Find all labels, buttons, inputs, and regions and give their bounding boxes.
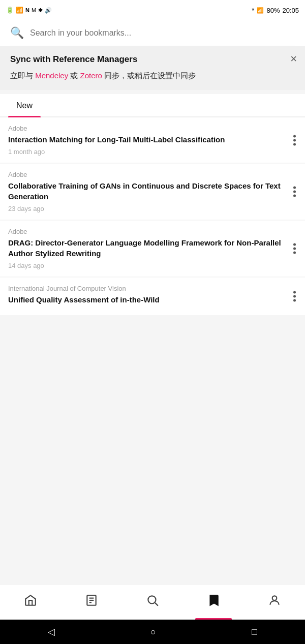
signal-icon: 📶 xyxy=(257,7,264,14)
svg-point-6 xyxy=(272,596,277,600)
sync-body: 立即与 Mendeley 或 Zotero 同步，或稍后在设置中同步 xyxy=(10,70,295,82)
sync-title: Sync with Reference Managers xyxy=(10,54,295,65)
status-right: * 📶 80% 20:05 xyxy=(252,7,299,14)
menu-dot xyxy=(293,248,296,250)
nfc-icon: N xyxy=(25,7,29,13)
bluetooth-icon: * xyxy=(252,7,254,14)
menu-dot xyxy=(293,195,296,197)
bookmark-nav-icon xyxy=(207,594,220,610)
article-card[interactable]: Adobe Interaction Matching for Long-Tail… xyxy=(0,117,305,163)
article-source: Adobe xyxy=(8,125,297,132)
svg-line-5 xyxy=(155,603,158,606)
article-list: Adobe Interaction Matching for Long-Tail… xyxy=(0,117,305,584)
sync-body-suffix: 同步，或稍后在设置中同步 xyxy=(102,71,196,80)
nav-articles[interactable] xyxy=(61,585,122,620)
article-source: Adobe xyxy=(8,228,297,235)
svg-point-4 xyxy=(148,596,156,603)
menu-dot xyxy=(293,291,296,294)
zotero-link[interactable]: Zotero xyxy=(80,71,102,80)
article-menu-button[interactable] xyxy=(291,241,298,256)
nav-bookmarks[interactable] xyxy=(183,585,244,620)
sync-body-middle: 或 xyxy=(68,71,80,80)
article-menu-button[interactable] xyxy=(291,185,298,199)
battery-percent: 80% xyxy=(266,7,280,14)
home-icon xyxy=(24,594,37,610)
profile-nav-icon xyxy=(268,594,281,610)
menu-dot xyxy=(293,295,296,298)
sync-close-button[interactable]: × xyxy=(290,53,297,65)
android-nav: ◁ ○ □ xyxy=(0,620,305,644)
menu-dot xyxy=(293,299,296,302)
search-bar: 🔍 xyxy=(10,26,295,46)
menu-dot xyxy=(293,243,296,246)
audio-icon: 🔊 xyxy=(45,7,52,14)
nav-home[interactable] xyxy=(0,585,61,620)
mail-icon: M xyxy=(32,7,36,13)
article-source: International Journal of Computer Vision xyxy=(8,285,297,292)
android-back-button[interactable]: ◁ xyxy=(48,626,55,637)
android-recent-button[interactable]: □ xyxy=(252,627,257,637)
menu-dot xyxy=(293,139,296,141)
sync-body-prefix: 立即与 xyxy=(10,71,35,80)
nav-search[interactable] xyxy=(122,585,183,620)
tab-bar: New xyxy=(0,94,305,117)
article-time: 1 month ago xyxy=(8,148,297,156)
article-title: Collaborative Training of GANs in Contin… xyxy=(8,180,297,202)
status-left: 🔋 📶 N M ✱ 🔊 xyxy=(6,7,52,14)
article-menu-button[interactable] xyxy=(291,133,298,147)
search-input[interactable] xyxy=(30,28,295,38)
article-card[interactable]: Adobe DRAG: Director-Generator Language … xyxy=(0,221,305,277)
tab-new[interactable]: New xyxy=(8,94,41,116)
nav-profile[interactable] xyxy=(244,585,305,620)
article-menu-button[interactable] xyxy=(291,289,298,304)
menu-dot xyxy=(293,135,296,137)
nav-active-indicator xyxy=(195,618,232,620)
search-nav-icon xyxy=(146,594,159,610)
time-display: 20:05 xyxy=(282,7,299,14)
search-icon: 🔍 xyxy=(10,26,24,40)
article-card[interactable]: International Journal of Computer Vision… xyxy=(0,278,305,315)
article-title: Unified Quality Assessment of in-the-Wil… xyxy=(8,294,297,305)
article-title: DRAG: Director-Generator Language Modell… xyxy=(8,237,297,259)
bottom-nav xyxy=(0,584,305,620)
article-card[interactable]: Adobe Collaborative Training of GANs in … xyxy=(0,164,305,220)
menu-dot xyxy=(293,143,296,145)
article-time: 14 days ago xyxy=(8,262,297,269)
menu-dot xyxy=(293,187,296,189)
search-container: 🔍 xyxy=(0,20,305,46)
menu-dot xyxy=(293,252,296,254)
articles-icon xyxy=(85,594,98,610)
article-title: Interaction Matching for Long-Tail Multi… xyxy=(8,134,297,145)
wifi-icon: 📶 xyxy=(16,7,23,14)
article-source: Adobe xyxy=(8,171,297,178)
settings-icon: ✱ xyxy=(38,7,43,14)
mendeley-link[interactable]: Mendeley xyxy=(35,71,68,80)
menu-dot xyxy=(293,191,296,193)
sync-banner: Sync with Reference Managers × 立即与 Mende… xyxy=(0,46,305,90)
battery-icon: 🔋 xyxy=(6,7,14,14)
android-home-button[interactable]: ○ xyxy=(150,627,156,637)
article-time: 23 days ago xyxy=(8,205,297,212)
status-bar: 🔋 📶 N M ✱ 🔊 * 📶 80% 20:05 xyxy=(0,0,305,20)
